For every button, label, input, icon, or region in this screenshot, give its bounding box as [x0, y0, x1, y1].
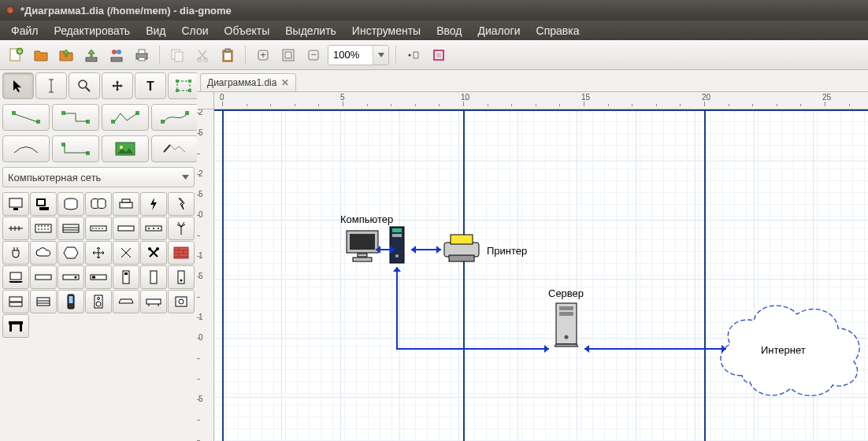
shape-scanner[interactable] [113, 290, 139, 313]
svg-rect-78 [9, 302, 22, 306]
menu-layers[interactable]: Слои [175, 22, 214, 39]
tool-angle-connector[interactable] [52, 135, 99, 162]
window-title: *Диаграмма1.dia (/home/mem) - dia-gnome [20, 5, 232, 17]
save-as-icon[interactable] [80, 44, 102, 66]
shape-move-arrows[interactable] [85, 241, 112, 265]
tab-close-icon[interactable]: ✕ [281, 77, 289, 88]
tool-pointer[interactable] [2, 72, 34, 99]
save-file-icon[interactable] [55, 44, 77, 66]
shape-disk-array[interactable] [85, 192, 112, 216]
svg-rect-88 [9, 321, 23, 324]
print-icon[interactable] [131, 44, 153, 66]
document-tab[interactable]: Диаграмма1.dia ✕ [200, 73, 296, 91]
tool-polyline[interactable] [102, 104, 149, 131]
snap-object-icon[interactable] [428, 44, 450, 66]
tool-arc[interactable] [2, 135, 50, 162]
tool-box[interactable] [168, 72, 199, 99]
shape-router[interactable] [113, 217, 139, 240]
tool-text[interactable]: T [135, 72, 166, 99]
shape-bus[interactable] [2, 217, 29, 240]
shape-monitor[interactable] [2, 192, 29, 216]
svg-text:+: + [260, 50, 265, 61]
svg-rect-11 [175, 52, 183, 61]
menu-dialogs[interactable]: Диалоги [471, 22, 526, 39]
shape-printer[interactable] [113, 192, 139, 216]
shape-patch-panel[interactable] [30, 217, 57, 240]
paste-icon[interactable] [217, 44, 239, 66]
shape-speaker[interactable] [85, 290, 112, 313]
shape-tools[interactable] [140, 241, 167, 265]
shape-hexagon[interactable] [57, 241, 84, 265]
svg-rect-49 [39, 207, 49, 210]
shape-modem-2[interactable] [57, 265, 84, 289]
zoom-input[interactable] [328, 46, 373, 65]
menu-help[interactable]: Справка [530, 22, 586, 39]
svg-rect-99 [444, 243, 479, 257]
tool-line[interactable] [2, 104, 50, 131]
menu-tools[interactable]: Инструменты [346, 22, 427, 39]
menu-objects[interactable]: Объекты [218, 22, 276, 39]
svg-rect-81 [69, 296, 73, 303]
shape-drive[interactable] [30, 290, 57, 313]
shape-antenna[interactable] [168, 217, 195, 240]
cut-icon[interactable] [191, 44, 213, 66]
tool-image[interactable] [102, 135, 149, 162]
svg-rect-48 [38, 200, 44, 205]
shape-category-label: Компьютерная сеть [8, 172, 101, 183]
toolbar-separator [395, 46, 396, 65]
export-icon[interactable] [106, 44, 128, 66]
menu-select[interactable]: Выделить [279, 22, 343, 39]
svg-rect-16 [224, 53, 231, 60]
shape-tower-2[interactable] [140, 265, 167, 289]
shape-hub[interactable] [140, 217, 167, 240]
svg-rect-71 [92, 276, 95, 279]
shape-tower-1[interactable] [113, 265, 139, 289]
svg-rect-19 [283, 50, 294, 61]
shape-flash[interactable] [140, 192, 167, 216]
zoom-fit-icon[interactable] [277, 44, 299, 66]
shape-modem-1[interactable] [30, 265, 57, 289]
menu-file[interactable]: Файл [5, 22, 44, 39]
zoom-dropdown-icon[interactable] [373, 46, 388, 65]
new-file-icon[interactable]: + [5, 44, 27, 66]
menu-edit[interactable]: Редактировать [47, 22, 136, 39]
shape-cloud[interactable] [30, 241, 57, 265]
snap-grid-icon[interactable] [402, 44, 425, 66]
close-window-icon[interactable] [6, 6, 14, 14]
shape-switch[interactable] [85, 217, 112, 240]
zoom-out-icon[interactable]: − [302, 44, 325, 66]
shape-rack[interactable] [57, 217, 84, 240]
diagram-canvas[interactable]: Компьютер Принтер Сервер Интернет [214, 109, 868, 441]
menu-view[interactable]: Вид [139, 22, 172, 39]
svg-rect-4 [111, 57, 122, 61]
shape-tower-3[interactable] [168, 265, 195, 289]
shape-plotter[interactable] [140, 290, 167, 313]
shape-lightning[interactable] [168, 192, 195, 216]
shape-pc-desktop[interactable] [2, 290, 29, 313]
copy-icon[interactable] [166, 44, 188, 66]
shape-workstation[interactable] [30, 192, 57, 216]
shape-laptop[interactable] [2, 265, 29, 289]
shape-storage[interactable] [57, 192, 84, 216]
tool-zigzag[interactable] [52, 104, 99, 131]
shape-desk[interactable] [2, 314, 29, 338]
open-file-icon[interactable] [30, 44, 52, 66]
zoom-in-icon[interactable]: + [252, 44, 274, 66]
tool-bezier[interactable] [151, 104, 198, 131]
shape-firewall[interactable] [168, 241, 195, 265]
tool-text-cursor[interactable] [35, 72, 67, 99]
tool-zoom[interactable] [69, 72, 100, 99]
shape-genlock[interactable] [168, 290, 195, 313]
connector-tool-grid-1 [0, 102, 197, 133]
svg-rect-53 [120, 202, 132, 208]
shape-phone[interactable] [57, 290, 84, 313]
svg-rect-45 [9, 198, 22, 207]
shape-category-select[interactable]: Компьютерная сеть [2, 167, 195, 187]
shape-modem-3[interactable] [85, 265, 112, 289]
shape-cross-connect[interactable] [113, 241, 139, 265]
tool-outline[interactable] [151, 135, 198, 162]
svg-point-60 [148, 228, 150, 229]
menu-input[interactable]: Ввод [430, 22, 468, 39]
shape-plug[interactable] [2, 241, 29, 265]
tool-move[interactable] [102, 72, 133, 99]
